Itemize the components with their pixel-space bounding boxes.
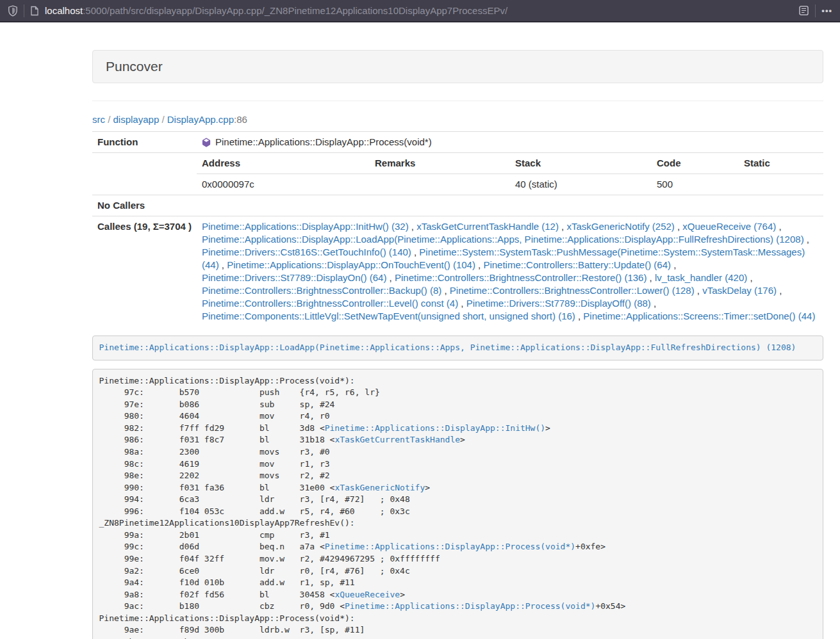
- callee-separator: ,: [776, 221, 781, 232]
- stats-row: AddressRemarksStackCodeStatic 0x0000097c…: [92, 153, 823, 195]
- callee-separator: ,: [747, 272, 752, 283]
- callee-separator: ,: [646, 272, 655, 283]
- callees-label: Callees (19, Σ=3704 ): [92, 216, 197, 327]
- stats-column-header: Static: [739, 153, 823, 174]
- stats-column-header: Code: [652, 153, 739, 174]
- stats-data-row: 0x0000097c40 (static)500: [197, 174, 823, 195]
- loadapp-code-block: Pinetime::Applications::DisplayApp::Load…: [92, 336, 823, 360]
- stats-cell: 0x0000097c: [197, 174, 370, 195]
- stats-cell: 40 (static): [510, 174, 652, 195]
- function-row: Function Pinetime::Applications::Display…: [92, 132, 823, 153]
- function-row-label: Function: [92, 132, 197, 153]
- breadcrumb-link[interactable]: displayapp: [113, 114, 160, 125]
- url-input[interactable]: localhost:5000/path/src/displayapp/Displ…: [45, 5, 793, 16]
- breadcrumb-separator: /: [159, 114, 167, 125]
- callee-separator: ,: [441, 285, 450, 296]
- toolbar-divider: [815, 4, 816, 17]
- callee-link[interactable]: vTaskDelay (176): [702, 285, 777, 296]
- callee-link[interactable]: Pinetime::Controllers::BrightnessControl…: [450, 285, 695, 296]
- stats-column-header: Address: [197, 153, 370, 174]
- callee-separator: ,: [804, 234, 809, 245]
- stats-column-header: Stack: [510, 153, 652, 174]
- menu-icon[interactable]: •••: [821, 6, 832, 15]
- callee-separator: ,: [575, 311, 584, 321]
- divider: [92, 101, 823, 101]
- no-callers-label: No Callers: [92, 195, 197, 216]
- callee-link[interactable]: xTaskGetCurrentTaskHandle (12): [416, 221, 559, 232]
- stats-cell: [370, 174, 510, 195]
- callee-separator: ,: [675, 221, 683, 232]
- callee-separator: ,: [409, 221, 417, 232]
- callee-link[interactable]: Pinetime::Drivers::Cst816S::GetTouchInfo…: [202, 247, 411, 257]
- callees-row: Callees (19, Σ=3704 ) Pinetime::Applicat…: [92, 216, 823, 327]
- toolbar-divider: [24, 4, 24, 17]
- stats-cell: [739, 174, 823, 195]
- callee-separator: ,: [651, 298, 656, 309]
- page-icon[interactable]: [30, 6, 39, 16]
- asm-symbol-link[interactable]: xTaskGenericNotify: [334, 483, 425, 492]
- breadcrumb-link[interactable]: src: [92, 114, 105, 125]
- function-stats-table: AddressRemarksStackCodeStatic 0x0000097c…: [197, 153, 823, 195]
- callee-separator: ,: [386, 272, 395, 283]
- callee-separator: ,: [777, 285, 782, 296]
- function-info-table: Function Pinetime::Applications::Display…: [92, 131, 823, 327]
- asm-symbol-link[interactable]: xTaskGetCurrentTaskHandle: [334, 435, 460, 444]
- browser-toolbar: localhost:5000/path/src/displayapp/Displ…: [0, 0, 840, 22]
- asm-symbol-link[interactable]: xQueueReceive: [334, 590, 400, 599]
- page-content: Puncover src / displayapp / DisplayApp.c…: [92, 22, 823, 639]
- breadcrumb-line-number: :86: [234, 114, 247, 125]
- symbol-cube-icon: [202, 138, 211, 147]
- callee-link[interactable]: Pinetime::Controllers::BrightnessControl…: [395, 272, 646, 283]
- callee-link[interactable]: lv_task_handler (420): [655, 272, 747, 283]
- disassembly-block: Pinetime::Applications::DisplayApp::Proc…: [92, 369, 823, 639]
- callee-separator: ,: [671, 259, 676, 270]
- app-header-panel: Puncover: [92, 50, 823, 83]
- breadcrumb-separator: /: [105, 114, 113, 125]
- callee-link[interactable]: Pinetime::Applications::DisplayApp::Init…: [202, 221, 409, 232]
- callee-link[interactable]: Pinetime::Controllers::Battery::Update()…: [483, 259, 671, 270]
- page-title: Puncover: [106, 59, 810, 74]
- callee-separator: ,: [559, 221, 567, 232]
- shield-icon[interactable]: [8, 5, 18, 17]
- callee-separator: ,: [458, 298, 466, 309]
- url-host: localhost: [45, 5, 83, 16]
- url-path: :5000/path/src/displayapp/DisplayApp.cpp…: [83, 5, 507, 16]
- callee-link[interactable]: Pinetime::Drivers::St7789::DisplayOn() (…: [202, 272, 386, 283]
- breadcrumb-link[interactable]: DisplayApp.cpp: [167, 114, 234, 125]
- stats-column-header: Remarks: [370, 153, 510, 174]
- stats-header-row: AddressRemarksStackCodeStatic: [197, 153, 823, 174]
- callee-link[interactable]: Pinetime::Controllers::BrightnessControl…: [202, 298, 458, 309]
- no-callers-row: No Callers: [92, 195, 823, 216]
- breadcrumb: src / displayapp / DisplayApp.cpp:86: [92, 114, 823, 125]
- callee-separator: ,: [411, 247, 420, 257]
- callee-link[interactable]: Pinetime::Controllers::BrightnessControl…: [202, 285, 441, 296]
- asm-symbol-link[interactable]: Pinetime::Applications::DisplayApp::Init…: [325, 423, 545, 433]
- callee-link[interactable]: Pinetime::Applications::Screens::Timer::…: [583, 311, 815, 321]
- callee-link[interactable]: Pinetime::Applications::DisplayApp::OnTo…: [227, 259, 475, 270]
- callee-link[interactable]: xTaskGenericNotify (252): [566, 221, 674, 232]
- asm-symbol-link[interactable]: Pinetime::Applications::DisplayApp::Proc…: [325, 542, 575, 551]
- callee-link[interactable]: Pinetime::Components::LittleVgl::SetNewT…: [202, 311, 575, 321]
- callee-separator: ,: [219, 259, 227, 270]
- url-bar[interactable]: localhost:5000/path/src/displayapp/Displ…: [30, 0, 809, 21]
- loadapp-symbol-link[interactable]: Pinetime::Applications::DisplayApp::Load…: [99, 343, 796, 352]
- callee-link[interactable]: xQueueReceive (764): [682, 221, 776, 232]
- stats-cell: 500: [652, 174, 739, 195]
- callees-list: Pinetime::Applications::DisplayApp::Init…: [202, 220, 818, 323]
- asm-symbol-link[interactable]: Pinetime::Applications::DisplayApp::Proc…: [345, 601, 595, 611]
- function-name: Pinetime::Applications::DisplayApp::Proc…: [215, 136, 432, 149]
- callee-separator: ,: [695, 285, 703, 296]
- callee-link[interactable]: Pinetime::Drivers::St7789::DisplayOff() …: [466, 298, 651, 309]
- callee-separator: ,: [475, 259, 484, 270]
- callee-link[interactable]: Pinetime::Applications::DisplayApp::Load…: [202, 234, 804, 245]
- reader-mode-icon[interactable]: [798, 5, 809, 16]
